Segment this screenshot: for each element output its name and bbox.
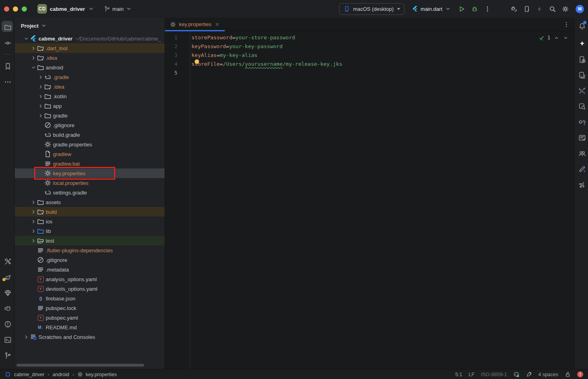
tree-row-gradle[interactable]: gradle: [15, 111, 165, 120]
tree-row-settings-gradle[interactable]: settings.gradle: [15, 188, 165, 197]
tree-row-gradlew[interactable]: gradlew: [15, 149, 165, 159]
chevron-right-icon[interactable]: [30, 238, 37, 244]
chevron-right-icon[interactable]: [37, 113, 44, 119]
tree-row--flutter-plugins-dependencies[interactable]: .flutter-plugins-dependencies: [15, 245, 165, 255]
running-devices-button[interactable]: [576, 53, 587, 65]
fullscreen-window-button[interactable]: [22, 6, 27, 12]
tree-row-app[interactable]: app: [15, 101, 165, 111]
close-tab-icon[interactable]: [214, 22, 220, 27]
code-line-3[interactable]: keyAlias=my-key-alias: [191, 51, 574, 60]
dart-analysis-button[interactable]: [2, 287, 13, 298]
chevron-right-icon[interactable]: [30, 55, 37, 61]
tree-row-build-gradle[interactable]: build.gradle: [15, 130, 165, 140]
tab-key-properties[interactable]: key.properties: [165, 18, 225, 31]
branch-widget[interactable]: main: [104, 6, 132, 12]
readonly-toggle-icon[interactable]: [565, 371, 571, 377]
flutter-deep-links-button[interactable]: [576, 116, 587, 127]
app-quality-insights-button[interactable]: [2, 271, 13, 282]
code-line-2[interactable]: keyPassword=your-key-password: [191, 42, 574, 51]
more-tool-windows-button[interactable]: [2, 76, 13, 87]
tree-row--idea[interactable]: .idea: [15, 82, 165, 91]
chevron-right-icon[interactable]: [30, 45, 37, 51]
copilot-status-icon[interactable]: [513, 371, 519, 377]
tree-row-assets[interactable]: assets: [15, 197, 165, 207]
flutter-performance-button[interactable]: [576, 85, 587, 96]
avatar[interactable]: M: [576, 5, 584, 13]
tree-row-android[interactable]: android: [15, 63, 165, 72]
run-button[interactable]: [456, 3, 467, 14]
tree-row-ios[interactable]: ios: [15, 217, 165, 226]
project-widget[interactable]: CD cabme_driver: [37, 4, 94, 14]
tree-row--dart-tool[interactable]: .dart_tool: [15, 43, 165, 53]
code-line-5[interactable]: [191, 69, 574, 77]
indent-style[interactable]: 4 spaces: [538, 372, 558, 377]
flutter-notes-button[interactable]: [576, 163, 587, 174]
chevron-right-icon[interactable]: [30, 209, 37, 215]
tree-row--gitignore[interactable]: .gitignore: [15, 255, 165, 265]
tree-row-firebase-json[interactable]: { }firebase.json: [15, 294, 165, 303]
tree-row-scratches-and-consoles[interactable]: Scratches and Consoles: [15, 332, 165, 342]
prev-problem-icon[interactable]: [553, 34, 560, 41]
tree-row--gradle[interactable]: .gradle: [15, 72, 165, 82]
editor-options-icon[interactable]: [563, 21, 570, 28]
tree-row-key-properties[interactable]: key.properties: [15, 168, 165, 178]
commit-tool-button[interactable]: [2, 37, 13, 48]
tree-row-test[interactable]: test: [15, 236, 165, 245]
project-panel-header[interactable]: Project: [15, 18, 165, 34]
editor-body[interactable]: 12345 storePassword=your-store-passwordk…: [165, 31, 574, 369]
run-config-selector[interactable]: main.dart: [412, 6, 451, 12]
tree-row-cabme-driver[interactable]: cabme_driver~/Documents/GitHub/cabme/cab…: [15, 34, 165, 43]
notifications-button[interactable]: [576, 20, 587, 31]
horizontal-scrollbar[interactable]: [16, 364, 144, 367]
gemini-button[interactable]: [576, 38, 587, 49]
intention-bulb-icon[interactable]: [195, 59, 199, 64]
tree-row-devtools-options-yaml[interactable]: Ydevtools_options.yaml: [15, 284, 165, 294]
chevron-right-icon[interactable]: [37, 74, 44, 80]
tree-row--kotlin[interactable]: .kotlin: [15, 91, 165, 101]
tree-row--metadata[interactable]: .metadata: [15, 265, 165, 274]
code-line-4[interactable]: storeFile=/Users/yourusername/my-release…: [191, 60, 574, 69]
tree-row-gradle-properties[interactable]: gradle.properties: [15, 140, 165, 149]
flutter-outline-button[interactable]: [576, 132, 587, 143]
more-actions-button[interactable]: [482, 3, 493, 14]
close-window-button[interactable]: [4, 6, 9, 12]
minimize-window-button[interactable]: [13, 6, 18, 12]
tree-row-pubspec-yaml[interactable]: Ypubspec.yaml: [15, 313, 165, 322]
tree-row--gitignore[interactable]: .gitignore: [15, 120, 165, 130]
chevron-down-icon[interactable]: [22, 36, 30, 42]
breadcrumb-key-properties[interactable]: key.properties: [77, 371, 117, 377]
problems-button[interactable]: [2, 318, 13, 329]
flutter-property-editor-button[interactable]: [576, 178, 587, 190]
debug-button[interactable]: [469, 3, 480, 14]
tree-row--idea[interactable]: .idea: [15, 53, 165, 63]
bookmarks-tool-button[interactable]: [2, 60, 13, 71]
search-everywhere-button[interactable]: [547, 3, 558, 14]
tree-row-build[interactable]: build: [15, 207, 165, 217]
file-encoding[interactable]: ISO-8859-1: [481, 372, 507, 377]
terminal-button[interactable]: [2, 334, 13, 345]
line-separator[interactable]: LF: [469, 372, 475, 377]
build-tool-button[interactable]: [2, 255, 13, 267]
next-problem-icon[interactable]: [562, 34, 569, 41]
code-area[interactable]: storePassword=your-store-passwordkeyPass…: [190, 31, 574, 369]
logcat-button[interactable]: [2, 302, 13, 314]
project-tool-button[interactable]: [2, 21, 13, 32]
chevron-right-icon[interactable]: [22, 334, 30, 340]
device-manager-button[interactable]: [576, 69, 587, 80]
flutter-inspector-button[interactable]: [576, 100, 587, 111]
chevron-down-icon[interactable]: [30, 65, 37, 71]
version-control-button[interactable]: [2, 349, 13, 361]
chevron-right-icon[interactable]: [37, 84, 44, 90]
chevron-right-icon[interactable]: [37, 103, 44, 109]
breadcrumb-cabme-driver[interactable]: cabme_driver: [14, 372, 45, 377]
code-line-1[interactable]: storePassword=your-store-password: [191, 33, 574, 42]
device-selector[interactable]: macOS (desktop): [339, 3, 405, 15]
chevron-right-icon[interactable]: [30, 199, 37, 205]
settings-button[interactable]: [560, 3, 571, 14]
chevron-right-icon[interactable]: [30, 228, 37, 234]
caret-position[interactable]: 5:1: [455, 372, 462, 377]
tree-row-analysis-options-yaml[interactable]: Yanalysis_options.yaml: [15, 274, 165, 284]
device-mirror-button[interactable]: [521, 3, 532, 14]
assistant-button[interactable]: [576, 147, 587, 158]
breadcrumb-android[interactable]: android: [53, 372, 69, 377]
